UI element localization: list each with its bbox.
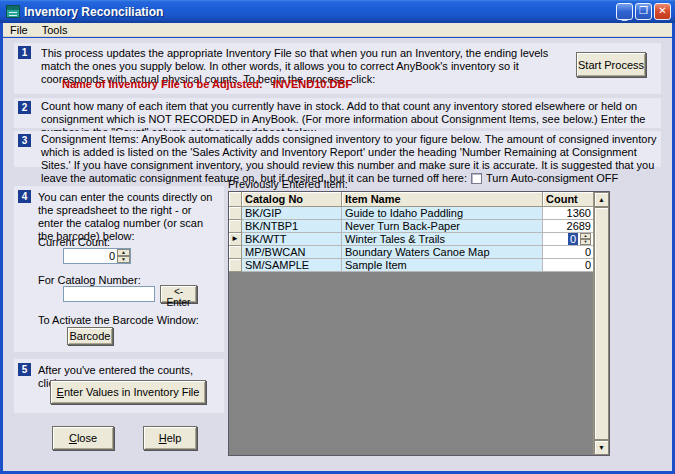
close-window-button[interactable]: ✕ — [654, 3, 671, 20]
count-down-icon[interactable]: ▼ — [117, 256, 130, 263]
row-selector-current[interactable]: ► — [229, 233, 242, 246]
inventory-grid: Catalog No Item Name Count BK/GIP Guide … — [228, 191, 610, 456]
table-row[interactable]: SM/SAMPLE Sample Item 0 — [229, 259, 609, 272]
current-count-value: 0 — [64, 250, 117, 262]
header-catalog-no: Catalog No — [242, 192, 342, 207]
item-name-cell[interactable]: Guide to Idaho Paddling — [342, 207, 543, 220]
minimize-button[interactable]: _ — [616, 3, 633, 20]
window-title: Inventory Reconciliation — [24, 5, 616, 19]
step4-panel: 4 You can enter the counts directly on t… — [14, 186, 224, 352]
scroll-up-icon[interactable]: ▲ — [594, 192, 609, 207]
step2-number: 2 — [18, 101, 31, 114]
close-button[interactable]: Close — [52, 426, 114, 450]
item-name-cell[interactable]: Boundary Waters Canoe Map — [342, 246, 543, 259]
scrollbar-thumb[interactable] — [594, 207, 609, 440]
barcode-window-label: To Activate the Barcode Window: — [38, 314, 199, 326]
step3-panel: 3 Consignment Items: AnyBook automatical… — [14, 131, 661, 167]
catalog-number-label: For Catalog Number: — [38, 274, 141, 286]
maximize-icon: ❐ — [639, 5, 648, 16]
table-row[interactable]: BK/GIP Guide to Idaho Paddling 1360 — [229, 207, 609, 220]
header-item-name: Item Name — [342, 192, 543, 207]
row-selector[interactable] — [229, 207, 242, 220]
auto-consignment-checkbox[interactable] — [471, 173, 482, 184]
client-area: 1 This process updates the appropriate I… — [3, 38, 672, 471]
step5-number: 5 — [18, 363, 31, 376]
current-count-stepper[interactable]: 0 ▲ ▼ — [63, 248, 131, 264]
count-cell[interactable]: 0 — [543, 246, 594, 259]
step3-text: Consignment Items: AnyBook automatically… — [41, 133, 657, 185]
count-cell[interactable]: 0 — [543, 259, 594, 272]
inventory-reconciliation-window: Inventory Reconciliation _ ❐ ✕ File Tool… — [0, 0, 675, 474]
title-bar: Inventory Reconciliation _ ❐ ✕ — [0, 0, 675, 23]
item-name-cell[interactable]: Never Turn Back-Paper — [342, 220, 543, 233]
grid-vertical-scrollbar[interactable]: ▲ ▼ — [593, 192, 609, 455]
step3-number: 3 — [18, 134, 31, 147]
start-process-button[interactable]: Start Process — [576, 52, 646, 77]
step5-panel: 5 After you've entered the counts, click… — [14, 359, 224, 413]
grid-empty-area — [229, 272, 593, 455]
menu-tools[interactable]: Tools — [35, 24, 75, 36]
step1-panel: 1 This process updates the appropriate I… — [14, 43, 661, 94]
item-name-cell[interactable]: Winter Tales & Trails — [342, 233, 543, 246]
step2-panel: 2 Count how many of each item that you c… — [14, 98, 661, 128]
grid-header-row: Catalog No Item Name Count — [229, 192, 609, 207]
row-selector[interactable] — [229, 220, 242, 233]
catalog-cell[interactable]: SM/SAMPLE — [242, 259, 342, 272]
current-count-label: Current Count: — [38, 236, 110, 248]
menu-file[interactable]: File — [3, 24, 35, 36]
grid-label: Previously Entered Item: — [228, 178, 348, 190]
count-cell[interactable]: 1360 — [543, 207, 594, 220]
header-row-selector — [229, 192, 242, 207]
close-icon: ✕ — [658, 5, 666, 16]
maximize-button[interactable]: ❐ — [635, 3, 652, 20]
help-button[interactable]: Help — [143, 426, 197, 450]
table-row[interactable]: MP/BWCAN Boundary Waters Canoe Map 0 — [229, 246, 609, 259]
step4-number: 4 — [18, 190, 31, 203]
app-icon — [6, 5, 20, 18]
catalog-cell[interactable]: BK/NTBP1 — [242, 220, 342, 233]
grid-count-down-icon[interactable]: ▼ — [580, 239, 591, 245]
enter-catalog-button[interactable]: <- Enter — [160, 285, 197, 303]
item-name-cell[interactable]: Sample Item — [342, 259, 543, 272]
step1-number: 1 — [18, 46, 31, 59]
catalog-cell[interactable]: MP/BWCAN — [242, 246, 342, 259]
catalog-cell[interactable]: BK/WTT — [242, 233, 342, 246]
row-selector[interactable] — [229, 246, 242, 259]
menu-bar: File Tools — [3, 23, 672, 37]
count-cell-editing[interactable]: 0▲▼ — [543, 233, 594, 246]
table-row-selected[interactable]: ► BK/WTT Winter Tales & Trails 0▲▼ — [229, 233, 609, 246]
inventory-file-label: Name of Inventory File to be Adjusted: — [62, 78, 263, 90]
minimize-icon: _ — [617, 9, 632, 23]
count-cell[interactable]: 2689 — [543, 220, 594, 233]
auto-consignment-label: Turn Auto-consigment OFF — [486, 172, 618, 184]
count-edit-value[interactable]: 0 — [568, 233, 578, 245]
count-up-icon[interactable]: ▲ — [117, 249, 130, 256]
table-row[interactable]: BK/NTBP1 Never Turn Back-Paper 2689 — [229, 220, 609, 233]
scroll-down-icon[interactable]: ▼ — [594, 440, 609, 455]
catalog-number-input[interactable] — [63, 286, 155, 302]
row-selector[interactable] — [229, 259, 242, 272]
header-count: Count — [543, 192, 594, 207]
barcode-button[interactable]: Barcode — [67, 327, 113, 345]
catalog-cell[interactable]: BK/GIP — [242, 207, 342, 220]
enter-values-button[interactable]: Enter Values in Inventory File — [50, 380, 206, 404]
inventory-file-line: Name of Inventory File to be Adjusted:IN… — [62, 78, 352, 90]
inventory-file-value: INVEND10.DBF — [273, 78, 352, 90]
